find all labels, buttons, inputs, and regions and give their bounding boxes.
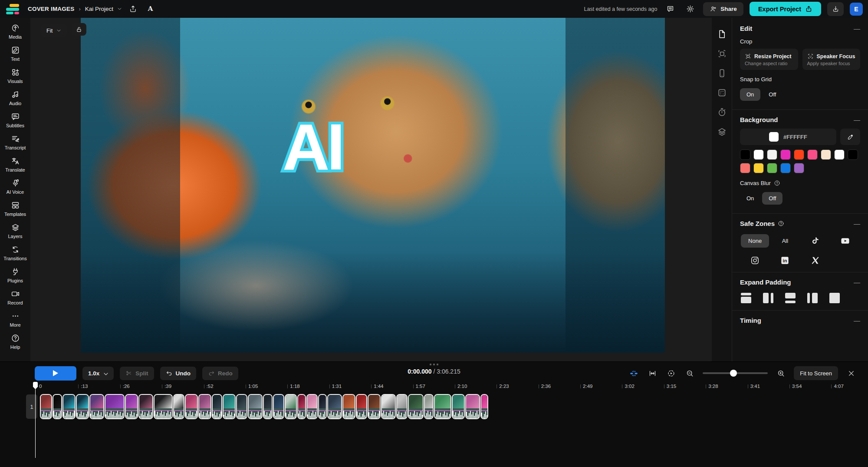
ruler-tick[interactable]: 1:05 [246,381,287,391]
comments-icon[interactable] [663,3,677,16]
auto-scroll-icon[interactable] [665,368,677,379]
brand-kit-icon[interactable]: A [143,3,157,16]
panel-tab-page-icon[interactable] [715,27,728,40]
blur-on-option[interactable]: On [740,192,760,205]
color-swatch[interactable] [780,149,791,160]
ruler-tick[interactable]: 4:07 [831,381,868,391]
sidebar-item-media[interactable]: Media [0,20,30,43]
timeline-clip[interactable] [76,394,89,419]
timeline-clip[interactable] [318,394,327,419]
panel-tab-resize-icon[interactable] [715,47,728,60]
blur-off-option[interactable]: Off [762,192,783,205]
timeline-clip[interactable] [285,394,297,419]
timeline-clip[interactable] [434,394,451,419]
playhead-marker[interactable] [33,382,38,389]
color-swatch[interactable] [848,149,858,160]
collapse-safe-zones-icon[interactable]: — [854,220,860,227]
color-swatch[interactable] [821,149,831,160]
ruler-tick[interactable]: 0 [36,381,78,391]
youtube-icon[interactable] [838,235,852,247]
zoom-slider-knob[interactable] [730,370,737,377]
timeline-clip[interactable] [198,394,211,419]
publish-icon[interactable] [126,3,140,16]
ruler-tick[interactable]: 1:18 [287,381,329,391]
x-icon[interactable] [808,255,822,266]
color-swatch[interactable] [767,149,777,160]
padding-right-icon[interactable] [763,293,773,303]
help-question-icon[interactable] [778,220,784,227]
padding-all-icon[interactable] [829,293,840,303]
timeline-clip[interactable] [306,394,318,419]
timeline-clip[interactable] [236,394,247,419]
sidebar-item-record[interactable]: Record [0,286,30,308]
timeline-clip[interactable] [465,394,480,419]
timeline-clip[interactable] [53,394,62,419]
sidebar-item-help[interactable]: Help [0,331,30,353]
timeline-clip[interactable] [368,394,381,419]
zoom-in-icon[interactable] [775,368,786,379]
sidebar-item-subtitles[interactable]: Subtitles [0,109,30,131]
ruler-tick[interactable]: 2:23 [496,381,538,391]
ruler-tick[interactable]: :52 [204,381,246,391]
close-gaps-icon[interactable] [647,368,658,379]
timeline-clip[interactable] [327,394,342,419]
sidebar-item-text[interactable]: Text [0,43,30,65]
zoom-fit-dropdown[interactable]: Fit [41,24,67,37]
padding-bottom-icon[interactable] [785,293,796,303]
lock-toggle-button[interactable] [72,23,86,36]
ruler-tick[interactable]: :13 [78,381,120,391]
ruler-tick[interactable]: 3:15 [664,381,706,391]
download-button[interactable] [827,2,844,16]
timeline-clip[interactable] [396,394,408,419]
sidebar-item-layers[interactable]: Layers [0,220,30,242]
timeline-clip[interactable] [424,394,434,419]
resize-project-button[interactable]: Resize Project Change aspect ratio [740,49,798,70]
playhead[interactable] [33,382,38,458]
collapse-expand-padding-icon[interactable]: — [854,278,860,286]
sidebar-item-plugins[interactable]: Plugins [0,264,30,286]
timeline-clip[interactable] [408,394,424,419]
color-swatch[interactable] [753,149,764,160]
timeline-clip[interactable] [105,394,125,419]
timeline-clip[interactable] [173,394,184,419]
safe-zone-all-button[interactable]: All [775,234,796,248]
ruler-tick[interactable]: 3:41 [748,381,789,391]
snapping-toggle-icon[interactable] [628,368,639,379]
breadcrumb-workspace[interactable]: COVER IMAGES [28,6,74,12]
timeline-clip[interactable] [62,394,76,419]
panel-tab-timer-icon[interactable] [715,106,728,119]
timeline-clip[interactable] [297,394,306,419]
color-swatch[interactable] [794,149,804,160]
color-swatch[interactable] [753,163,764,173]
avatar[interactable]: E [850,3,863,16]
timeline-clip[interactable] [40,394,52,419]
ruler-tick[interactable]: :39 [162,381,204,391]
project-name-menu[interactable]: Kai Project [85,6,122,12]
color-swatch[interactable] [794,163,804,173]
ruler-tick[interactable]: 3:54 [789,381,831,391]
share-button[interactable]: Share [703,2,743,16]
timeline-zoom-slider[interactable] [703,372,768,374]
safe-zone-none-button[interactable]: None [741,234,769,248]
linkedin-icon[interactable]: in [778,255,792,266]
timeline-clip[interactable] [212,394,222,419]
timeline-clip[interactable] [263,394,273,419]
collapse-timing-icon[interactable]: — [854,317,860,324]
timeline-clip[interactable] [89,394,104,419]
timeline-clip[interactable] [480,394,488,419]
background-color-field[interactable]: #FFFFFF [740,129,836,145]
ruler-tick[interactable]: :26 [120,381,162,391]
tiktok-icon[interactable] [808,235,822,247]
settings-gear-icon[interactable] [683,3,697,16]
timeline-clip[interactable] [125,394,138,419]
timeline-clip[interactable] [381,394,396,419]
sidebar-item-audio[interactable]: Audio [0,87,30,109]
timeline-clip[interactable] [356,394,367,419]
timeline-clip[interactable] [248,394,263,419]
timeline-clip[interactable] [185,394,198,419]
color-swatch[interactable] [780,163,791,173]
snap-off-option[interactable]: Off [762,88,783,101]
split-button[interactable]: Split [120,367,154,380]
close-timeline-icon[interactable] [845,368,857,379]
sidebar-item-transitions[interactable]: Transitions [0,242,30,264]
